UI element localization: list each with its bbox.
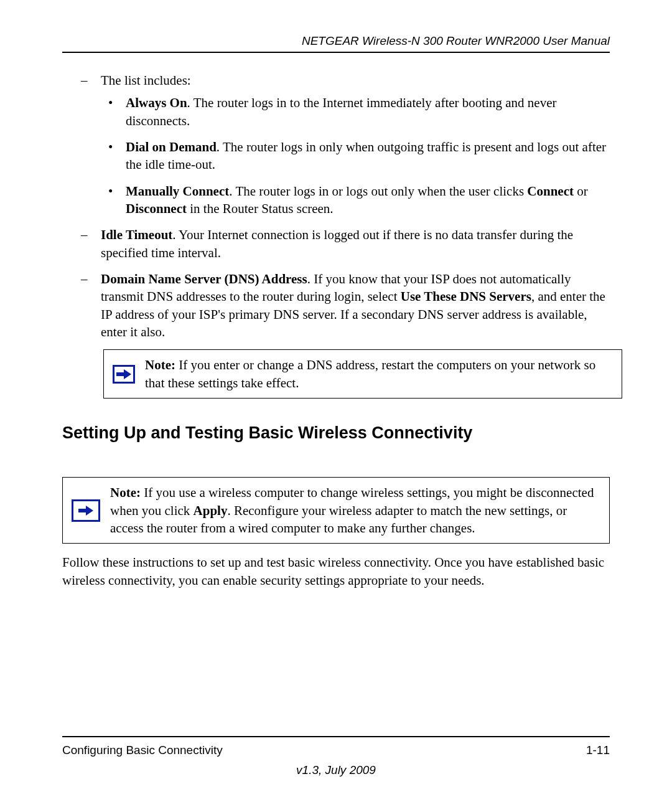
list-intro-text: The list includes: xyxy=(101,73,191,88)
manual-label: Manually Connect xyxy=(126,184,229,199)
bullet-dial-on-demand: Dial on Demand. The router logs in only … xyxy=(101,138,610,174)
section-heading: Setting Up and Testing Basic Wireless Co… xyxy=(62,423,610,443)
header-rule xyxy=(62,52,610,53)
svg-marker-1 xyxy=(78,506,93,516)
dash-list-main: The list includes: Always On. The router… xyxy=(81,72,610,341)
page-footer: Configuring Basic Connectivity 1-11 v1.3… xyxy=(62,736,610,777)
dns-bold: Use These DNS Servers xyxy=(401,289,531,304)
follow-paragraph: Follow these instructions to set up and … xyxy=(62,554,610,589)
note1-text: If you enter or change a DNS address, re… xyxy=(145,357,595,390)
arrow-right-icon xyxy=(72,499,100,522)
list-item-dns: Domain Name Server (DNS) Address. If you… xyxy=(81,270,610,341)
header-title: NETGEAR Wireless-N 300 Router WNR2000 Us… xyxy=(62,34,610,48)
footer-line: Configuring Basic Connectivity 1-11 xyxy=(62,743,610,757)
note-box-wireless: Note: If you use a wireless computer to … xyxy=(62,477,610,544)
footer-page-number: 1-11 xyxy=(586,743,610,757)
bullet-always-on: Always On. The router logs in to the Int… xyxy=(101,94,610,130)
note2-apply-bold: Apply xyxy=(194,503,228,518)
manual-text1: . The router logs in or logs out only wh… xyxy=(229,184,527,199)
manual-or: or xyxy=(574,184,588,199)
svg-marker-0 xyxy=(116,369,131,379)
note-box-dns: Note: If you enter or change a DNS addre… xyxy=(103,349,622,399)
note1-label: Note: xyxy=(145,357,175,372)
dns-label: Domain Name Server (DNS) Address xyxy=(101,271,307,286)
note2-text-cell: Note: If you use a wireless computer to … xyxy=(110,484,600,537)
footer-section: Configuring Basic Connectivity xyxy=(62,743,223,757)
footer-version: v1.3, July 2009 xyxy=(62,763,610,777)
manual-disconnect-bold: Disconnect xyxy=(126,201,187,216)
note-icon-cell xyxy=(113,365,135,384)
note2-label: Note: xyxy=(110,485,141,500)
manual-connect-bold: Connect xyxy=(527,184,574,199)
always-on-label: Always On xyxy=(126,95,187,110)
bullet-list-modes: Always On. The router logs in to the Int… xyxy=(101,94,610,217)
note-text-cell: Note: If you enter or change a DNS addre… xyxy=(145,356,613,392)
bullet-manually-connect: Manually Connect. The router logs in or … xyxy=(101,182,610,218)
list-item-intro: The list includes: Always On. The router… xyxy=(81,72,610,217)
always-on-text: . The router logs in to the Internet imm… xyxy=(126,95,556,128)
idle-label: Idle Timeout xyxy=(101,227,172,242)
list-item-idle-timeout: Idle Timeout. Your Internet connection i… xyxy=(81,226,610,262)
arrow-right-icon xyxy=(113,365,135,384)
dial-label: Dial on Demand xyxy=(126,139,217,154)
manual-text2: in the Router Status screen. xyxy=(187,201,334,216)
note2-icon-cell xyxy=(72,499,100,522)
footer-rule xyxy=(62,736,610,737)
page: NETGEAR Wireless-N 300 Router WNR2000 Us… xyxy=(0,0,672,807)
